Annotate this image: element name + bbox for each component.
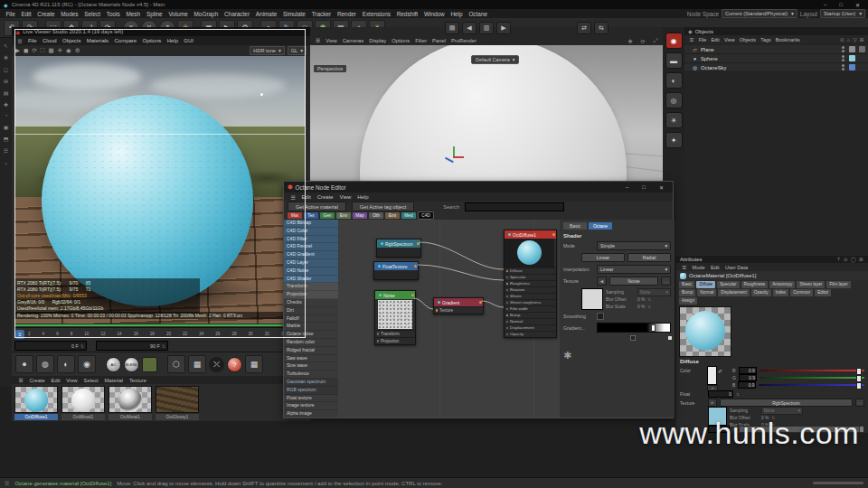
- stepper-icon[interactable]: ⇅: [162, 343, 165, 349]
- linear-button[interactable]: Linear: [581, 253, 625, 262]
- menu-item[interactable]: Objects: [60, 38, 84, 43]
- g-slider[interactable]: [760, 377, 864, 379]
- material-preview[interactable]: [679, 306, 731, 357]
- menu-item[interactable]: Create: [34, 11, 58, 17]
- node-list-item[interactable]: C4D Filter: [284, 236, 338, 244]
- menu-item[interactable]: Select: [81, 11, 104, 17]
- timeline-tick[interactable]: 20: [166, 332, 171, 336]
- node-list-item[interactable]: Marble: [284, 323, 338, 331]
- panel-header-icon[interactable]: ⇡: [835, 257, 843, 262]
- sampling-select[interactable]: None▾: [761, 407, 803, 415]
- material-toolbar-icon[interactable]: ◍: [36, 355, 54, 373]
- menu-item[interactable]: Select: [80, 378, 101, 383]
- attribute-tab[interactable]: Specular: [717, 281, 740, 288]
- render-image[interactable]: RTX 2080 Ti(RT)(7.5): 9/70 65RTX 2080 Ti…: [14, 56, 306, 324]
- material-thumbnail[interactable]: OctDiffuse1: [14, 386, 58, 420]
- node-input-port[interactable]: Diffuse: [505, 267, 556, 274]
- category-button[interactable]: C4D: [418, 211, 434, 220]
- object-name[interactable]: Sphere: [701, 56, 718, 61]
- gradient-bar[interactable]: [597, 323, 671, 333]
- timeline-tick[interactable]: 12: [100, 332, 105, 336]
- texture-more-button[interactable]: …: [855, 399, 864, 407]
- object-row[interactable]: ● Sphere: [684, 54, 868, 63]
- menu-item[interactable]: Animate: [252, 11, 279, 17]
- object-name[interactable]: OctaneSky: [701, 65, 726, 70]
- category-button[interactable]: Oth: [369, 212, 383, 219]
- material-toolbar-icon[interactable]: [99, 356, 103, 372]
- menu-item[interactable]: Tracker: [308, 11, 334, 17]
- material-toolbar-icon[interactable]: ⬡: [167, 355, 185, 373]
- strip-icon[interactable]: ▤: [4, 89, 9, 96]
- node-list-item[interactable]: Checks: [284, 299, 338, 307]
- attribute-tab[interactable]: Editor: [815, 289, 831, 296]
- r-slider[interactable]: [760, 370, 864, 371]
- category-button[interactable]: Tex: [304, 212, 318, 219]
- attribute-tab[interactable]: Opacity: [751, 289, 771, 296]
- range-end-field[interactable]: 90 F⇅: [96, 341, 168, 351]
- node-input-port[interactable]: Transform: [375, 330, 415, 337]
- axis-x-red[interactable]: [453, 156, 464, 158]
- panel-header-icon[interactable]: ⊞: [857, 257, 864, 262]
- octane-strip-icon[interactable]: ☀: [665, 112, 683, 128]
- sampling-select[interactable]: None ▾: [637, 288, 671, 296]
- strip-icon[interactable]: ✥: [4, 54, 8, 61]
- swap-icon[interactable]: ⇆: [594, 22, 609, 34]
- octane-strip-icon[interactable]: ◉: [665, 33, 683, 49]
- menu-item[interactable]: Material: [101, 378, 126, 383]
- attribute-tab[interactable]: Basic: [679, 281, 694, 288]
- hamburger-icon[interactable]: ☰: [679, 265, 689, 270]
- objects-title-bar[interactable]: ◆ Objects: [684, 27, 868, 35]
- menu-item[interactable]: Filter: [412, 38, 429, 43]
- node-list-item[interactable]: C4D Layer: [284, 259, 338, 267]
- material-toolbar-icon[interactable]: ▦: [245, 355, 263, 373]
- menu-item[interactable]: ProRender: [448, 38, 479, 43]
- timeline-tick[interactable]: 30: [249, 332, 253, 336]
- hdr-tone-select[interactable]: HDR tone▾: [250, 46, 284, 55]
- gradient-knot[interactable]: [667, 335, 673, 341]
- panel-header-icon[interactable]: ⊙: [842, 257, 849, 262]
- menu-item[interactable]: View: [336, 194, 354, 200]
- node-list-item[interactable]: C4D Gradient: [284, 251, 338, 259]
- node-input-port[interactable]: Rotation: [505, 286, 556, 293]
- octane-strip-icon[interactable]: ▬: [665, 52, 683, 69]
- node-list-item[interactable]: Projection: [284, 291, 338, 299]
- menu-item[interactable]: Edit: [708, 265, 722, 270]
- material-preview[interactable]: [61, 386, 105, 413]
- blur-scale-value[interactable]: 0 %: [637, 305, 645, 309]
- panel-header-icon[interactable]: ◯: [849, 257, 857, 262]
- timeline-tick[interactable]: 28: [231, 332, 236, 336]
- menu-item[interactable]: Panel: [429, 38, 448, 43]
- node-list-item[interactable]: Gaussian spectrum: [284, 379, 338, 387]
- stepper-icon[interactable]: ⇅: [736, 392, 740, 397]
- strip-icon[interactable]: ⬒: [4, 136, 9, 142]
- node-input-port[interactable]: Roughness: [505, 280, 556, 286]
- interpolation-select[interactable]: Linear ▾: [597, 265, 671, 274]
- hamburger-icon[interactable]: ☰: [313, 38, 323, 43]
- menu-item[interactable]: Options: [389, 38, 412, 43]
- node-input-port[interactable]: Opacity: [505, 331, 556, 337]
- timeline-tick[interactable]: 14: [118, 332, 122, 336]
- strip-icon[interactable]: ⌄: [4, 159, 8, 165]
- menu-item[interactable]: User Data: [722, 265, 751, 270]
- timeline-tick[interactable]: 22: [183, 332, 187, 336]
- radial-button[interactable]: Radial: [627, 253, 671, 262]
- timeline-tick[interactable]: 2: [28, 332, 31, 336]
- viewport-icon[interactable]: ⤢: [651, 38, 661, 44]
- b-slider[interactable]: [759, 384, 864, 386]
- strip-icon[interactable]: ◔: [5, 113, 8, 118]
- attribute-tab[interactable]: Bump: [679, 289, 695, 296]
- node-input-port[interactable]: Sheen: [505, 293, 556, 299]
- node-list-item[interactable]: Dirt: [284, 307, 338, 315]
- node-list-item[interactable]: Image texture: [284, 402, 338, 410]
- octane-strip-icon[interactable]: ◐: [665, 72, 683, 89]
- smoothing-checkbox[interactable]: [597, 313, 604, 320]
- menu-item[interactable]: Redshift: [393, 11, 420, 17]
- node-list-item[interactable]: C4D Bitmap: [284, 220, 338, 228]
- attribute-tab[interactable]: Assign: [679, 297, 697, 305]
- minimize-button[interactable]: –: [620, 184, 634, 190]
- visibility-dots[interactable]: [842, 46, 844, 52]
- maximize-button[interactable]: □: [637, 184, 651, 190]
- strip-icon[interactable]: ✚: [4, 101, 8, 108]
- node-list-item[interactable]: RGB spectrum: [284, 387, 338, 395]
- material-toolbar-icon[interactable]: AO: [106, 357, 121, 372]
